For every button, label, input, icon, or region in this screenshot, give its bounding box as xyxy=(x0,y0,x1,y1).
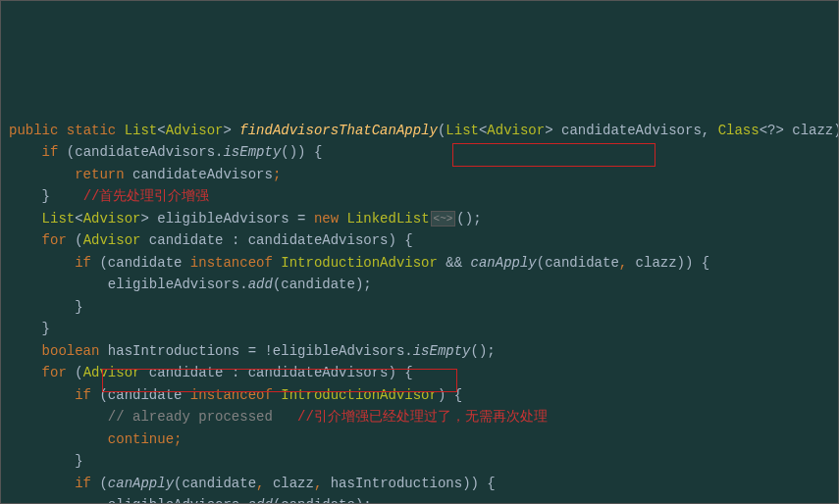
code-line: if (candidateAdvisors.isEmpty()) { xyxy=(9,144,322,160)
code-line: } //首先处理引介增强 xyxy=(9,188,209,204)
code-line: public static List<Advisor> findAdvisors… xyxy=(9,123,839,138)
code-line: for (Advisor candidate : candidateAdviso… xyxy=(9,232,413,248)
code-line: eligibleAdvisors.add(candidate); xyxy=(9,497,372,504)
code-line: } xyxy=(9,453,83,469)
code-editor: public static List<Advisor> findAdvisors… xyxy=(0,0,839,504)
highlight-box-1 xyxy=(452,143,655,167)
code-line: } xyxy=(9,321,50,336)
code-line: return candidateAdvisors; xyxy=(9,167,281,182)
code-line: eligibleAdvisors.add(candidate); xyxy=(9,277,372,292)
diamond-operator: <~> xyxy=(431,211,456,227)
code-line: } xyxy=(9,299,83,315)
code-line: if (candidate instanceof IntroductionAdv… xyxy=(9,387,462,403)
code-line: boolean hasIntroductions = !eligibleAdvi… xyxy=(9,343,496,359)
code-line: List<Advisor> eligibleAdvisors = new Lin… xyxy=(9,211,482,227)
code-line: continue; xyxy=(9,431,182,447)
code-line: for (Advisor candidate : candidateAdviso… xyxy=(9,365,413,380)
code-line: if (canApply(candidate, clazz, hasIntrod… xyxy=(9,476,496,491)
code-line: // already processed //引介增强已经处理过了，无需再次处理 xyxy=(9,409,548,425)
code-line: if (candidate instanceof IntroductionAdv… xyxy=(9,255,709,271)
